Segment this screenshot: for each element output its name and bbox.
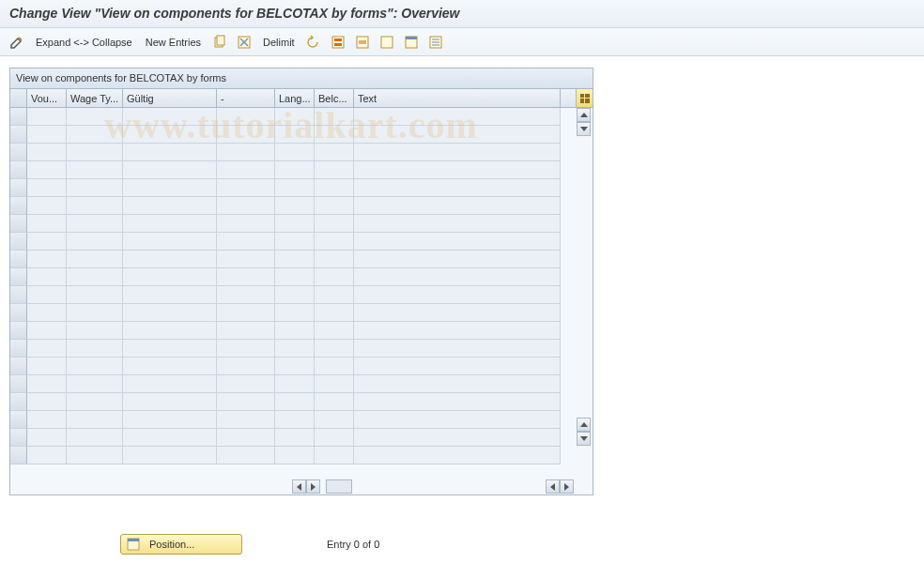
cell[interactable] <box>123 197 217 215</box>
cell[interactable] <box>67 161 123 179</box>
cell[interactable] <box>275 215 315 233</box>
scroll-right-button[interactable] <box>560 479 574 494</box>
cell[interactable] <box>217 251 275 268</box>
row-selector[interactable] <box>10 251 27 268</box>
cell[interactable] <box>354 357 561 375</box>
cell[interactable] <box>315 144 354 161</box>
cell[interactable] <box>315 126 354 144</box>
cell[interactable] <box>27 304 67 322</box>
cell[interactable] <box>275 447 315 464</box>
row-selector[interactable] <box>10 233 27 251</box>
cell[interactable] <box>275 197 315 215</box>
cell[interactable] <box>27 197 67 215</box>
cell[interactable] <box>67 322 123 340</box>
column-header-belc[interactable]: Belc... <box>315 89 354 107</box>
cell[interactable] <box>275 161 315 179</box>
cell[interactable] <box>27 357 67 375</box>
cell[interactable] <box>217 357 275 375</box>
cell[interactable] <box>67 197 123 215</box>
cell[interactable] <box>217 375 275 393</box>
cell[interactable] <box>123 340 217 357</box>
cell[interactable] <box>354 108 561 126</box>
cell[interactable] <box>315 340 354 357</box>
cell[interactable] <box>315 375 354 393</box>
delete-icon[interactable] <box>235 33 254 52</box>
scroll-left-button[interactable] <box>292 479 306 494</box>
cell[interactable] <box>27 340 67 357</box>
cell[interactable] <box>354 126 561 144</box>
cell[interactable] <box>27 393 67 411</box>
cell[interactable] <box>67 357 123 375</box>
cell[interactable] <box>123 357 217 375</box>
cell[interactable] <box>27 322 67 340</box>
cell[interactable] <box>27 286 67 304</box>
column-header-valid[interactable]: Gültig <box>123 89 217 107</box>
row-selector[interactable] <box>10 215 27 233</box>
cell[interactable] <box>275 144 315 161</box>
scroll-up-button[interactable] <box>577 418 591 432</box>
print-icon[interactable] <box>426 33 445 52</box>
cell[interactable] <box>123 375 217 393</box>
cell[interactable] <box>27 144 67 161</box>
cell[interactable] <box>217 144 275 161</box>
cell[interactable] <box>217 322 275 340</box>
cell[interactable] <box>354 429 561 447</box>
cell[interactable] <box>354 322 561 340</box>
row-selector[interactable] <box>10 304 27 322</box>
column-header-lang[interactable]: Lang... <box>275 89 315 107</box>
cell[interactable] <box>123 126 217 144</box>
cell[interactable] <box>315 179 354 197</box>
cell[interactable] <box>67 447 123 464</box>
cell[interactable] <box>217 161 275 179</box>
deselect-all-icon[interactable] <box>377 33 396 52</box>
cell[interactable] <box>354 286 561 304</box>
cell[interactable] <box>354 179 561 197</box>
column-header-voucher[interactable]: Vou... <box>27 89 67 107</box>
cell[interactable] <box>67 108 123 126</box>
cell[interactable] <box>217 411 275 429</box>
cell[interactable] <box>27 126 67 144</box>
undo-icon[interactable] <box>304 33 323 52</box>
row-selector[interactable] <box>10 286 27 304</box>
row-selector[interactable] <box>10 447 27 464</box>
position-button[interactable]: Position... <box>120 534 242 555</box>
cell[interactable] <box>315 233 354 251</box>
cell[interactable] <box>315 393 354 411</box>
cell[interactable] <box>217 393 275 411</box>
table-settings-icon[interactable] <box>402 33 421 52</box>
cell[interactable] <box>217 126 275 144</box>
change-mode-icon[interactable] <box>8 33 26 52</box>
scroll-thumb[interactable] <box>326 479 352 494</box>
cell[interactable] <box>275 126 315 144</box>
row-selector[interactable] <box>10 322 27 340</box>
column-header-text[interactable]: Text <box>354 89 561 107</box>
cell[interactable] <box>217 304 275 322</box>
cell[interactable] <box>354 411 561 429</box>
row-selector[interactable] <box>10 144 27 161</box>
cell[interactable] <box>275 286 315 304</box>
cell[interactable] <box>217 215 275 233</box>
cell[interactable] <box>275 411 315 429</box>
cell[interactable] <box>315 251 354 268</box>
select-all-icon[interactable] <box>329 33 347 52</box>
row-selector[interactable] <box>10 375 27 393</box>
row-selector[interactable] <box>10 393 27 411</box>
cell[interactable] <box>315 286 354 304</box>
cell[interactable] <box>354 304 561 322</box>
cell[interactable] <box>123 447 217 464</box>
cell[interactable] <box>354 161 561 179</box>
scroll-up-button[interactable] <box>577 108 591 122</box>
cell[interactable] <box>123 286 217 304</box>
cell[interactable] <box>123 322 217 340</box>
cell[interactable] <box>123 108 217 126</box>
cell[interactable] <box>27 179 67 197</box>
cell[interactable] <box>123 393 217 411</box>
cell[interactable] <box>275 179 315 197</box>
cell[interactable] <box>123 179 217 197</box>
cell[interactable] <box>315 108 354 126</box>
cell[interactable] <box>217 179 275 197</box>
cell[interactable] <box>275 251 315 268</box>
cell[interactable] <box>315 304 354 322</box>
row-selector[interactable] <box>10 179 27 197</box>
cell[interactable] <box>123 304 217 322</box>
